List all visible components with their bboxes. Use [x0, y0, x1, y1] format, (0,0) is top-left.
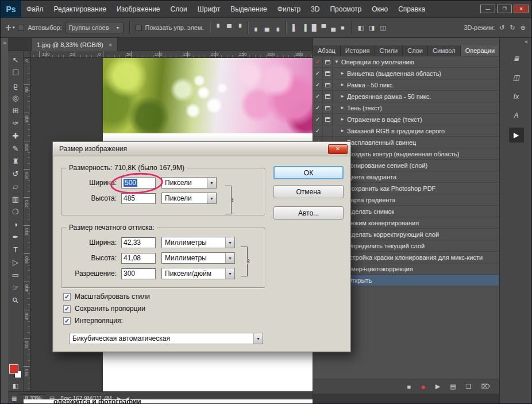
crop-tool[interactable]: ⊞ — [9, 104, 23, 117]
blur-tool[interactable]: ❍ — [9, 205, 23, 218]
menu-item[interactable]: Окно — [367, 1, 393, 18]
clone-stamp-tool[interactable]: ♜ — [9, 155, 23, 167]
menu-item[interactable]: Просмотр — [325, 1, 367, 18]
action-check-toggle[interactable]: ✓ — [313, 125, 323, 136]
action-check-toggle[interactable]: ✓ — [313, 102, 323, 113]
action-dialog-toggle[interactable] — [323, 91, 333, 102]
print-height-unit-select[interactable]: Миллиметры▼ — [161, 252, 235, 264]
triangle-icon[interactable]: ► — [340, 82, 345, 87]
distribute-icons[interactable]: ▐ — [301, 24, 308, 31]
distribute-icons[interactable]: ■ — [340, 24, 346, 31]
type-tool[interactable]: T — [9, 243, 23, 256]
arrange-icons[interactable]: ◨ — [368, 24, 376, 32]
tab-layers[interactable]: Слои — [403, 45, 428, 56]
action-dialog-toggle[interactable] — [323, 102, 333, 113]
menu-item[interactable]: Выделение — [225, 1, 272, 18]
dodge-tool[interactable]: ◑ — [9, 218, 23, 230]
history-panel-icon[interactable]: ≣ — [510, 52, 523, 66]
cancel-button[interactable]: Отмена — [273, 185, 344, 198]
character-panel-icon[interactable]: A — [510, 109, 523, 122]
history-brush-tool[interactable]: ↺ — [9, 167, 23, 180]
align-bottom-icons[interactable]: ▗ — [273, 24, 280, 32]
triangle-icon[interactable]: ► — [340, 94, 345, 99]
align-top-icons[interactable]: ▝ — [236, 24, 242, 32]
menu-item[interactable]: Слои — [165, 1, 192, 18]
autoselect-target-select[interactable]: Группы слоев▼ — [65, 22, 124, 33]
styles-panel-icon[interactable]: fx — [510, 90, 523, 103]
tab-paragraph[interactable]: Абзац — [313, 45, 341, 56]
delete-icon[interactable]: ⌦ — [481, 383, 490, 390]
collapse-toolbar-icon[interactable]: » — [1, 40, 8, 46]
tab-styles[interactable]: Стили — [375, 45, 403, 56]
quick-selection-tool[interactable]: ◎ — [9, 91, 23, 104]
action-row[interactable]: ✓►Деревянная рамка - 50 пикс. — [313, 91, 499, 102]
triangle-icon[interactable]: ▼ — [334, 59, 339, 64]
new-action-icon[interactable]: ❏ — [466, 383, 472, 390]
resample-image-checkbox[interactable]: ✓ Интерполяция: — [63, 317, 150, 325]
restore-button[interactable]: ❐ — [497, 5, 512, 13]
action-check-toggle[interactable]: ✓ — [313, 114, 323, 125]
eraser-tool[interactable]: ▱ — [9, 180, 23, 193]
properties-panel-icon[interactable]: ◫ — [510, 71, 523, 84]
pen-tool[interactable]: ✒ — [9, 230, 23, 243]
workspace-grid-icon[interactable]: ▦ — [11, 395, 17, 402]
close-button[interactable]: ✕ — [514, 5, 529, 13]
action-check-toggle[interactable]: ✓ — [313, 68, 323, 79]
quick-mask-icon[interactable]: ◧ — [9, 380, 23, 391]
menu-item[interactable]: Справка — [393, 1, 430, 18]
action-row[interactable]: ✓►Виньетка (выделенная область) — [313, 68, 499, 79]
scale-styles-checkbox[interactable]: ✓ Масштабировать стили — [63, 293, 150, 301]
action-check-toggle[interactable]: ✓ — [313, 91, 323, 102]
resolution-input[interactable]: 300 — [121, 268, 156, 279]
action-dialog-toggle[interactable] — [323, 56, 333, 67]
menu-item[interactable]: Фильтр — [272, 1, 306, 18]
menu-item[interactable]: Файл — [21, 1, 49, 18]
ok-button[interactable]: ОК — [273, 166, 344, 179]
3d-roll-icon[interactable]: ↻ — [509, 24, 516, 32]
distribute-icons[interactable]: ▄ — [330, 24, 337, 31]
height-unit-select[interactable]: Пиксели▼ — [161, 193, 217, 204]
play-icon[interactable]: ▶ — [435, 383, 440, 390]
action-row[interactable]: ✓►Тень (текст) — [313, 102, 499, 114]
tab-character[interactable]: Символ — [428, 45, 461, 56]
lasso-tool[interactable]: ϱ — [9, 79, 23, 91]
zoom-tool[interactable]: ⚲ — [9, 294, 23, 306]
align-top-icons[interactable]: ▀ — [226, 24, 233, 31]
action-row[interactable]: ✓►Отражение в воде (текст) — [313, 114, 499, 125]
marquee-tool[interactable]: ☐ — [9, 66, 23, 79]
resample-method-select[interactable]: Бикубическая автоматическая ▼ — [69, 333, 263, 344]
brush-tool[interactable]: ✎ — [9, 142, 23, 155]
action-check-toggle[interactable]: ✓ — [313, 79, 323, 90]
menu-item[interactable]: Редактирование — [49, 1, 111, 18]
autoselect-checkbox[interactable] — [18, 25, 24, 31]
action-dialog-toggle[interactable] — [323, 114, 333, 125]
color-swatches[interactable] — [9, 364, 22, 378]
arrange-icons[interactable]: ◫ — [379, 24, 387, 32]
minimize-button[interactable]: — — [480, 5, 495, 13]
3d-orbit-icon[interactable]: ↺ — [498, 24, 506, 32]
record-icon[interactable]: ● — [421, 382, 425, 391]
gradient-tool[interactable]: ▥ — [9, 193, 23, 205]
shape-tool[interactable]: ▭ — [9, 268, 23, 281]
show-transform-controls-checkbox[interactable] — [136, 25, 142, 31]
action-dialog-toggle[interactable] — [323, 68, 333, 79]
distribute-icons[interactable]: ▀ — [320, 24, 327, 31]
print-width-input[interactable]: 42,33 — [121, 237, 156, 248]
action-row[interactable]: ✓▼Операции по умолчанию — [313, 56, 499, 68]
resolution-unit-select[interactable]: Пиксели/дюйм▼ — [161, 268, 235, 279]
move-tool[interactable]: ↖ — [9, 53, 23, 66]
align-bottom-icons[interactable]: ▖ — [253, 24, 260, 32]
dialog-title-bar[interactable]: Размер изображения ✕ — [53, 142, 350, 156]
path-selection-tool[interactable]: ▷ — [9, 256, 23, 268]
arrange-icons[interactable]: ◧ — [357, 24, 365, 32]
close-tab-icon[interactable]: × — [109, 41, 112, 48]
action-row[interactable]: ✓►Рамка - 50 пикс. — [313, 79, 499, 91]
action-check-toggle[interactable]: ✓ — [313, 56, 323, 67]
triangle-icon[interactable]: ► — [340, 117, 345, 122]
hand-tool[interactable]: ☞ — [9, 281, 23, 294]
foreground-color-swatch[interactable] — [9, 364, 18, 374]
align-bottom-icons[interactable]: ▄ — [264, 24, 271, 31]
constrain-proportions-checkbox[interactable]: ✓ Сохранить пропорции — [63, 305, 150, 313]
width-input[interactable]: 500 — [121, 178, 156, 188]
print-height-input[interactable]: 41,08 — [121, 253, 156, 264]
